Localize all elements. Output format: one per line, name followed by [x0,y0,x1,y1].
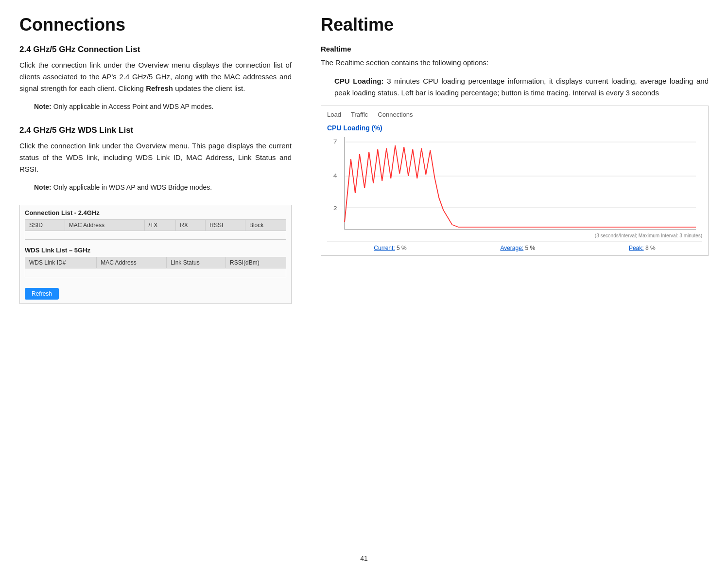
tab-load[interactable]: Load [327,111,341,118]
section2-body: Click the connection link under the Over… [19,140,292,175]
refresh-bold: Refresh [146,84,173,92]
conn-table-header-row: SSID MAC Address /TX RX RSSI Block [25,219,286,231]
page: Connections 2.4 GHz/5 GHz Connection Lis… [0,0,728,570]
page-number: 41 [360,554,368,562]
conn-table-head: SSID MAC Address /TX RX RSSI Block [25,219,286,231]
stat-current: Current: 5 % [374,245,406,251]
chart-stats: Current: 5 % Average: 5 % Peak: 8 % [327,241,702,251]
stat-average-label[interactable]: Average: [500,245,523,251]
col-right: Realtime Realtime The Realtime section c… [321,15,709,540]
chart-area: 7 4 2 [327,135,702,232]
col-wds-id: WDS Link ID# [25,257,97,268]
tab-connections[interactable]: Connections [378,111,413,118]
connection-list-area: Connection List - 2.4GHz SSID MAC Addres… [19,205,292,304]
col-left: Connections 2.4 GHz/5 GHz Connection Lis… [19,15,292,540]
col-ssid: SSID [25,219,65,231]
conn-table-empty-row [25,231,286,239]
col-mac: MAC Address [65,219,144,231]
note2-text: Only applicable in WDS AP and WDS Bridge… [52,183,212,191]
section1-body: Click the connection link under the Over… [19,59,292,94]
col-rssi: RSSI [206,219,245,231]
y-label-7: 7 [333,139,337,144]
stat-peak: Peak: 8 % [629,245,656,251]
section1-note: Note: Only applicable in Access Point an… [34,101,292,112]
note1-text: Only applicable in Access Point and WDS … [52,103,214,110]
realtime-intro: The Realtime section contains the follow… [321,57,709,69]
chart-container: Load Traffic Connections CPU Loading (%)… [321,106,709,256]
col-wds-mac: MAC Address [97,257,167,268]
cpu-loading-block: CPU Loading: 3 minutes CPU loading perce… [334,75,709,99]
chart-title: CPU Loading (%) [327,124,702,132]
cpu-chart-svg: 7 4 2 [327,135,702,232]
cpu-desc: 3 minutes CPU loading percentage informa… [334,77,709,97]
stat-current-label[interactable]: Current: [374,245,395,251]
refresh-button[interactable]: Refresh [25,288,59,300]
col-wds-rssi: RSSI(dBm) [226,257,286,268]
left-title: Connections [19,15,292,35]
col-block: Block [245,219,286,231]
wds-table-head: WDS Link ID# MAC Address Link Status RSS… [25,257,286,268]
conn-table: SSID MAC Address /TX RX RSSI Block [25,219,286,240]
page-footer: 41 [0,550,728,570]
stat-average: Average: 5 % [500,245,535,251]
col-rx: RX [176,219,206,231]
y-label-2: 2 [333,205,337,211]
right-title: Realtime [321,15,709,35]
section2-heading: 2.4 GHz/5 GHz WDS Link List [19,125,292,135]
note2-label: Note: [34,183,52,191]
cpu-label: CPU Loading: [334,77,384,85]
tab-traffic[interactable]: Traffic [351,111,368,118]
wds-table-title: WDS Link List – 5GHz [25,247,286,254]
stat-average-value: 5 % [525,245,536,251]
conn-table-body [25,231,286,239]
columns: Connections 2.4 GHz/5 GHz Connection Lis… [0,0,728,550]
cpu-loading-text: CPU Loading: 3 minutes CPU loading perce… [334,75,709,99]
note1-label: Note: [34,103,52,110]
section2-note: Note: Only applicable in WDS AP and WDS … [34,182,292,193]
cpu-line [345,145,696,227]
wds-table-header-row: WDS Link ID# MAC Address Link Status RSS… [25,257,286,268]
wds-table-body [25,268,286,277]
y-label-4: 4 [333,173,337,178]
stat-peak-value: 8 % [645,245,656,251]
col-tx: /TX [144,219,176,231]
realtime-tabs: Load Traffic Connections [327,111,702,118]
section1-heading: 2.4 GHz/5 GHz Connection List [19,45,292,54]
wds-table-empty-row [25,268,286,277]
stat-peak-label[interactable]: Peak: [629,245,644,251]
col-wds-status: Link Status [167,257,226,268]
wds-table: WDS Link ID# MAC Address Link Status RSS… [25,257,286,277]
realtime-heading: Realtime [321,45,709,53]
conn-table-title: Connection List - 2.4GHz [25,209,286,216]
chart-interval-label: (3 seconds/Interval; Maximum Interval: 3… [327,233,702,238]
stat-current-value: 5 % [397,245,407,251]
